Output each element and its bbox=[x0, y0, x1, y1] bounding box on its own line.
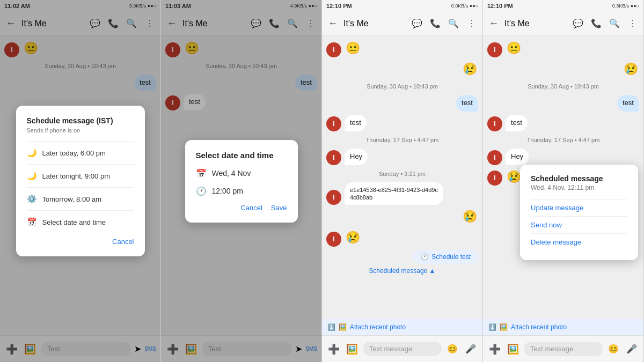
back-button-3[interactable]: ← bbox=[324, 15, 341, 32]
dt-date-value: Wed, 4 Nov bbox=[212, 169, 251, 178]
message-bubble: 😐 bbox=[345, 40, 361, 57]
emoji-button-3[interactable]: 😊 bbox=[445, 342, 460, 357]
date-label: Sunday • 3:21 pm bbox=[326, 171, 478, 177]
add-button-3[interactable]: ➕ bbox=[326, 342, 341, 357]
avatar: I bbox=[326, 42, 341, 57]
msg-row: I test bbox=[487, 115, 639, 131]
attach-icon-2: 🖼️ bbox=[500, 323, 508, 331]
attach-label: Attach recent photo bbox=[350, 323, 406, 331]
avatar: I bbox=[326, 116, 341, 131]
phone-panel-3: 12:10 PM 0.0KB/s ●●○ ← It's Me 💬 📞 🔍 ⋮ I… bbox=[322, 0, 483, 362]
status-bar-3: 12:10 PM 0.0KB/s ●●○ bbox=[322, 0, 482, 12]
network-3: 0.0KB/s ●●○ bbox=[451, 3, 478, 9]
calendar-icon: 📅 bbox=[27, 217, 37, 227]
dialog-divider bbox=[27, 187, 134, 188]
avatar: I bbox=[487, 150, 502, 165]
dt-save-button[interactable]: Save bbox=[271, 204, 287, 212]
phone-panel-2: 11:03 AM 4.9KB/s ●●○ ← It's Me 💬 📞 🔍 ⋮ I… bbox=[161, 0, 322, 362]
attach-bar-3[interactable]: ⬇️ 🖼️ Attach recent photo bbox=[322, 319, 482, 335]
dialog-footer: Cancel bbox=[27, 238, 134, 246]
attach-bar-4[interactable]: ⬇️ 🖼️ Attach recent photo bbox=[483, 319, 643, 335]
search-icon-3[interactable]: 🔍 bbox=[445, 15, 462, 32]
msg-row: 😢 bbox=[326, 61, 478, 78]
msg-row: I 😐 bbox=[487, 40, 639, 57]
chat-icon-4[interactable]: 💬 bbox=[569, 15, 587, 32]
time-4: 12:10 PM bbox=[487, 3, 513, 9]
attach-icon: ⬇️ bbox=[327, 323, 335, 331]
avatar: I bbox=[326, 190, 341, 205]
emoji-button-4[interactable]: 😊 bbox=[606, 342, 621, 357]
scheduled-message-link[interactable]: Scheduled message ▲ bbox=[326, 267, 478, 275]
mic-button-4[interactable]: 🎤 bbox=[624, 342, 639, 357]
option-label: Later today, 6:00 pm bbox=[42, 149, 106, 157]
message-bubble: test bbox=[456, 95, 478, 112]
schedule-option-1[interactable]: 🌙 Later today, 6:00 pm bbox=[27, 143, 134, 163]
status-bar-4: 12:10 PM 0.3KB/s ●●○ bbox=[483, 0, 643, 12]
sched-dialog-title: Scheduled message bbox=[531, 174, 627, 183]
schedule-chip[interactable]: 🕐 Schedule test bbox=[413, 250, 478, 264]
gallery-button-4[interactable]: 🖼️ bbox=[506, 342, 521, 357]
chat-area-4: I 😐 😢 Sunday, 30 Aug • 10:43 pm test I t… bbox=[483, 35, 643, 319]
schedule-option-3[interactable]: ⚙️ Tomorrow, 8:00 am bbox=[27, 189, 134, 209]
app-bar-4: ← It's Me 💬 📞 🔍 ⋮ bbox=[483, 12, 643, 35]
avatar: I bbox=[326, 150, 341, 165]
message-bubble: e1e14538-e825-4f31-9423-d4d9c4c8b8ab bbox=[345, 182, 443, 205]
schedule-option-4[interactable]: 📅 Select date and time bbox=[27, 212, 134, 232]
attach-icon-2: 🖼️ bbox=[339, 323, 347, 331]
message-bubble: Hey bbox=[506, 149, 529, 165]
scheduled-link-label: Scheduled message ▲ bbox=[369, 267, 436, 275]
back-button-4[interactable]: ← bbox=[485, 15, 502, 32]
message-input-3[interactable]: Text message bbox=[363, 342, 442, 356]
send-now-button[interactable]: Send now bbox=[531, 217, 627, 233]
app-bar-icons-4: 💬 📞 🔍 ⋮ bbox=[569, 15, 641, 32]
option-label: Select date and time bbox=[42, 218, 106, 226]
message-bubble: 😐 bbox=[506, 40, 522, 57]
dialog-divider bbox=[27, 141, 134, 142]
msg-row: I e1e14538-e825-4f31-9423-d4d9c4c8b8ab bbox=[326, 182, 478, 205]
dialog-divider bbox=[27, 210, 134, 211]
status-icons-3: 0.0KB/s ●●○ bbox=[451, 3, 478, 9]
dialog-divider bbox=[27, 164, 134, 165]
message-input-4[interactable]: Text message bbox=[524, 342, 603, 356]
more-icon-4[interactable]: ⋮ bbox=[624, 15, 641, 32]
dt-date-row: 📅 Wed, 4 Nov bbox=[196, 168, 287, 179]
search-icon-4[interactable]: 🔍 bbox=[606, 15, 623, 32]
schedule-dialog: Schedule message (IST) Sends if phone is… bbox=[16, 106, 145, 256]
message-bubble: test bbox=[345, 115, 367, 131]
message-bubble: 😢 bbox=[462, 61, 478, 78]
mic-button-3[interactable]: 🎤 bbox=[463, 342, 478, 357]
message-bubble: Hey bbox=[345, 149, 368, 165]
delete-message-button[interactable]: Delete message bbox=[531, 234, 627, 250]
cancel-button[interactable]: Cancel bbox=[112, 238, 134, 246]
date-label: Thursday, 17 Sep • 4:47 pm bbox=[487, 137, 639, 143]
message-bubble: test bbox=[506, 115, 528, 131]
dialog-title: Schedule message (IST) bbox=[27, 116, 134, 125]
clock-icon: 🕐 bbox=[196, 186, 207, 196]
phone-icon-4[interactable]: 📞 bbox=[588, 15, 605, 32]
phone-icon-3[interactable]: 📞 bbox=[427, 15, 444, 32]
add-button-4[interactable]: ➕ bbox=[487, 342, 502, 357]
option-label: Tomorrow, 8:00 am bbox=[42, 195, 102, 203]
contact-name-4: It's Me bbox=[504, 19, 569, 28]
chat-icon-3[interactable]: 💬 bbox=[408, 15, 426, 32]
dt-cancel-button[interactable]: Cancel bbox=[240, 204, 262, 212]
status-icons-4: 0.3KB/s ●●○ bbox=[612, 3, 639, 9]
avatar: I bbox=[487, 42, 502, 57]
gallery-button-3[interactable]: 🖼️ bbox=[345, 342, 360, 357]
app-bar-3: ← It's Me 💬 📞 🔍 ⋮ bbox=[322, 12, 482, 35]
msg-row: test bbox=[487, 95, 639, 112]
schedule-option-2[interactable]: 🌙 Later tonight, 9:00 pm bbox=[27, 166, 134, 186]
more-icon-3[interactable]: ⋮ bbox=[463, 15, 480, 32]
message-bubble: 😢 bbox=[345, 229, 361, 247]
input-bar-3: ➕ 🖼️ Text message 😊 🎤 bbox=[322, 335, 482, 362]
datetime-dialog: Select date and time 📅 Wed, 4 Nov 🕐 12:0… bbox=[185, 140, 298, 223]
dialog-subtitle: Sends if phone is on bbox=[27, 127, 134, 134]
dt-actions: Cancel Save bbox=[196, 204, 287, 212]
sched-dialog-date: Wed, 4 Nov, 12:11 pm bbox=[531, 184, 627, 191]
avatar: I bbox=[487, 171, 502, 186]
update-message-button[interactable]: Update message bbox=[531, 200, 627, 216]
date-label: Thursday, 17 Sep • 4:47 pm bbox=[326, 137, 478, 143]
msg-row: 😢 bbox=[487, 61, 639, 78]
date-label: Sunday, 30 Aug • 10:43 pm bbox=[487, 83, 639, 90]
attach-label: Attach recent photo bbox=[511, 323, 567, 331]
